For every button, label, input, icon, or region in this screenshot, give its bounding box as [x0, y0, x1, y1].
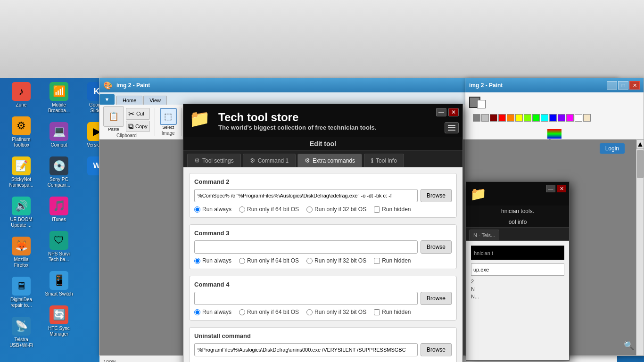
command-3-run-always[interactable]: Run always: [194, 257, 231, 264]
color-swatch[interactable]: [524, 114, 531, 122]
command-4-browse-button[interactable]: Browse: [421, 292, 452, 305]
command-4-run-64bit-radio[interactable]: [239, 309, 245, 315]
color-swatch[interactable]: [558, 114, 565, 122]
pw2-scrollbar[interactable]: ▲: [636, 140, 644, 355]
color-swatch[interactable]: [541, 114, 548, 122]
desktop-icon-zune[interactable]: ♪ Zune: [5, 80, 38, 110]
command-4-radio-row: Run always Run only if 64 bit OS Run onl…: [194, 309, 452, 315]
pw2-close-btn[interactable]: ✕: [629, 81, 640, 90]
select-button[interactable]: ⬚: [160, 108, 177, 125]
desktop-icon-ue-boom[interactable]: 🔊 UE BOOM Update ...: [5, 195, 38, 230]
command-2-run-hidden-checkbox[interactable]: [374, 206, 380, 213]
command-2-input[interactable]: [194, 189, 418, 202]
copy-button[interactable]: ⧉ Copy: [126, 121, 150, 132]
pw2-minimize-btn[interactable]: —: [607, 81, 617, 90]
command-4-input[interactable]: [194, 292, 418, 305]
command-3-browse-button[interactable]: Browse: [421, 240, 452, 254]
command-2-run-64bit-radio[interactable]: [239, 206, 245, 213]
command-3-run-hidden-checkbox[interactable]: [374, 258, 380, 264]
command-4-run-64bit[interactable]: Run only if 64 bit OS: [239, 309, 299, 315]
color-swatch[interactable]: [566, 114, 574, 122]
color-swatch[interactable]: [583, 114, 591, 122]
pw2-colors-grid: [469, 110, 640, 125]
tts2-close-btn[interactable]: ✕: [557, 185, 566, 192]
copy-icon: ⧉: [128, 122, 133, 131]
command-2-run-always-radio[interactable]: [194, 206, 200, 213]
color-swatch[interactable]: [549, 114, 557, 122]
tts2-minimize-btn[interactable]: —: [546, 185, 555, 192]
paint-menu-btn[interactable]: ▼: [99, 94, 115, 105]
pw2-maximize-btn[interactable]: □: [618, 81, 628, 90]
desktop-icon-nps[interactable]: 🛡 NPS Survi Tech ba...: [42, 229, 75, 264]
command-2-run-always-label: Run always: [202, 206, 231, 213]
color-swatch[interactable]: [532, 114, 540, 122]
tts-logo-icon: 📁: [189, 109, 213, 132]
command-2-run-hidden[interactable]: Run hidden: [374, 206, 411, 213]
tts2-tab[interactable]: N - Tels...: [469, 230, 499, 240]
command-2-run-32bit-radio[interactable]: [306, 206, 313, 213]
desktop-icon-comput[interactable]: 💻 Comput: [42, 120, 75, 150]
desktop-icon-itunes[interactable]: 🎵 iTunes: [42, 195, 75, 224]
command-3-run-32bit[interactable]: Run only if 32 bit OS: [306, 257, 366, 264]
desktop-icon-sony[interactable]: 💿 Sony PC Compani...: [42, 155, 75, 190]
search-icon[interactable]: 🔍: [624, 340, 634, 351]
uninstall-command-input[interactable]: [194, 343, 418, 356]
command-3-run-64bit[interactable]: Run only if 64 bit OS: [239, 257, 299, 264]
scroll-up-button[interactable]: ▲: [636, 140, 644, 149]
login-button[interactable]: Login: [600, 143, 625, 154]
firefox-label: Mozilla Firefox: [7, 257, 36, 268]
color-swatch[interactable]: [575, 114, 582, 122]
command-2-browse-button[interactable]: Browse: [421, 189, 452, 202]
command-4-run-hidden[interactable]: Run hidden: [374, 309, 411, 315]
color-swatch[interactable]: [498, 114, 506, 122]
desktop-icon-htc[interactable]: 🔄 HTC Sync Manager: [42, 304, 75, 339]
command-3-run-hidden[interactable]: Run hidden: [374, 257, 411, 264]
command-3-run-32bit-radio[interactable]: [306, 258, 313, 264]
color-swatch[interactable]: [473, 114, 480, 122]
color-swatch[interactable]: [507, 114, 514, 122]
command-4-input-row: Browse: [194, 292, 452, 305]
command-4-run-always-radio[interactable]: [194, 309, 200, 315]
desktop-icon-telstra[interactable]: 📡 Telstra USB+Wi-Fi: [5, 315, 38, 350]
desktop-icon-firefox[interactable]: 🦊 Mozilla Firefox: [5, 235, 38, 270]
desktop-icon-digital[interactable]: 🖥 DigitalDea repair to...: [5, 275, 38, 310]
color-swatch[interactable]: [481, 114, 489, 122]
tts-tab-extra-commands[interactable]: ⚙ Extra commands: [297, 154, 362, 167]
paint-tab-home[interactable]: Home: [116, 96, 142, 105]
pw2-bg-color[interactable]: [477, 100, 486, 108]
command-4-run-32bit[interactable]: Run only if 32 bit OS: [306, 309, 366, 315]
uninstall-command-title: Uninstall command: [194, 332, 452, 339]
pw2-winbtns: — □ ✕: [607, 81, 640, 90]
tts-minimize-button[interactable]: —: [436, 108, 446, 116]
command-3-run-64bit-radio[interactable]: [239, 258, 245, 264]
tts-tab-tool-info[interactable]: ℹ Tool info: [364, 154, 404, 167]
tts-close-button[interactable]: ✕: [448, 108, 459, 116]
command-2-run-32bit[interactable]: Run only if 32 bit OS: [306, 206, 366, 213]
comput-label: Comput: [50, 142, 67, 148]
desktop-icon-platinum-toolbox[interactable]: ⚙ Platinum Toolbox: [5, 115, 38, 150]
tts-tab-tool-settings[interactable]: ⚙ Tool settings: [187, 154, 241, 167]
tts-menu-button[interactable]: [445, 122, 459, 133]
paste-button[interactable]: 📋: [103, 106, 124, 127]
color-swatch[interactable]: [490, 114, 497, 122]
command-4-run-hidden-checkbox[interactable]: [374, 309, 380, 315]
color-swatch[interactable]: [515, 114, 523, 122]
tts2-exe-input[interactable]: [471, 263, 564, 276]
cut-button[interactable]: ✂ Cut: [126, 108, 150, 120]
command-3-run-always-radio[interactable]: [194, 258, 200, 264]
tool-settings-icon: ⚙: [194, 157, 200, 164]
command-4-run-32bit-radio[interactable]: [306, 309, 313, 315]
command-4-run-always[interactable]: Run always: [194, 309, 231, 315]
tts-tab-command1[interactable]: ⚙ Command 1: [243, 154, 296, 167]
command-2-run-64bit[interactable]: Run only if 64 bit OS: [239, 206, 299, 213]
desktop-icon-sticky[interactable]: 📝 StickyNot Namespa...: [5, 155, 38, 190]
sticky-icon: 📝: [12, 156, 31, 175]
desktop-icon-mobile[interactable]: 📶 Mobile Broadba...: [42, 80, 75, 115]
paint-tab-view[interactable]: View: [143, 96, 167, 105]
command-3-input-row: Browse: [194, 240, 452, 254]
command-3-input[interactable]: [194, 240, 418, 254]
uninstall-browse-button[interactable]: Browse: [421, 343, 452, 356]
command-2-run-always[interactable]: Run always: [194, 206, 231, 213]
tts-tab-command1-label: Command 1: [258, 157, 289, 164]
desktop-icon-smart-switch[interactable]: 📱 Smart Switch: [42, 269, 75, 299]
